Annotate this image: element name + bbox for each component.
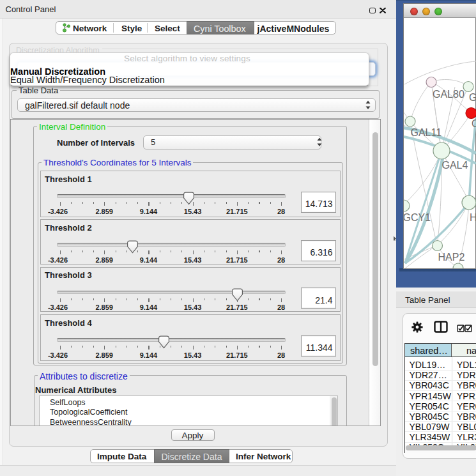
svg-text:GAL80: GAL80 bbox=[433, 89, 464, 100]
svg-text:HAP2: HAP2 bbox=[438, 252, 465, 263]
svg-text:GAL11: GAL11 bbox=[411, 127, 442, 138]
svg-text:GAL4: GAL4 bbox=[442, 160, 468, 171]
svg-text:C: C bbox=[472, 118, 476, 129]
svg-text:GA: GA bbox=[469, 92, 476, 103]
svg-text:H: H bbox=[470, 212, 476, 223]
svg-text:GCY1: GCY1 bbox=[404, 212, 431, 223]
